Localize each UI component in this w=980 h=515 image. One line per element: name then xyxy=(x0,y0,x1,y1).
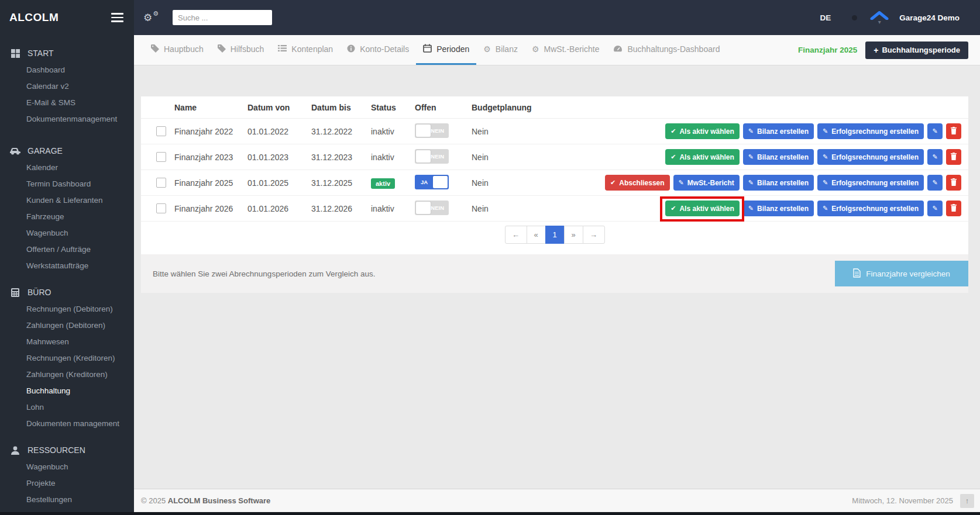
pencil-icon: ✎ xyxy=(679,179,684,186)
sidebar-item-wagenbuch-2[interactable]: Wagenbuch xyxy=(0,459,134,475)
sidebar-item-buchhaltung[interactable]: Buchhaltung xyxy=(0,383,134,399)
period-status: inaktiv xyxy=(371,127,415,136)
section-label: GARAGE xyxy=(27,146,63,155)
open-toggle[interactable]: NEIN xyxy=(415,201,449,215)
sidebar-item-mahnwesen[interactable]: Mahnwesen xyxy=(0,334,134,350)
table-row: Finanzjahr 2023 01.01.2023 31.12.2023 in… xyxy=(141,144,968,170)
tab-konto-details[interactable]: Konto-Details xyxy=(340,35,416,65)
delete-button[interactable] xyxy=(946,175,961,191)
sidebar-section-start[interactable]: START xyxy=(0,44,134,62)
row-checkbox[interactable] xyxy=(156,203,166,213)
create-income-statement-button[interactable]: ✎Erfolgsrechnung erstellen xyxy=(817,123,924,139)
pagination-first-button[interactable]: ← xyxy=(505,226,527,244)
pagination-prev-button[interactable]: « xyxy=(527,226,546,244)
close-period-button[interactable]: ✔Abschliessen xyxy=(605,175,670,191)
tab-mwst-berichte[interactable]: ⚙ MwSt.-Berichte xyxy=(525,35,606,65)
delete-button[interactable] xyxy=(946,123,961,139)
period-to: 31.12.2023 xyxy=(311,153,371,162)
account-logo[interactable]: ▾ xyxy=(870,11,889,24)
sidebar-item-rechnungen-kreditoren[interactable]: Rechnungen (Kreditoren) xyxy=(0,350,134,367)
menu-toggle-icon[interactable] xyxy=(111,11,123,25)
sidebar-item-bestellungen[interactable]: Bestellungen xyxy=(0,492,134,508)
tab-kontenplan[interactable]: Kontenplan xyxy=(271,35,340,65)
sidebar-item-zahlungen-kreditoren[interactable]: Zahlungen (Kreditoren) xyxy=(0,367,134,383)
plus-icon: + xyxy=(874,46,878,55)
create-income-statement-button[interactable]: ✎Erfolgsrechnung erstellen xyxy=(817,149,924,165)
create-balance-button[interactable]: ✎Bilanz erstellen xyxy=(743,149,814,165)
pagination: ← « 1 » → xyxy=(141,222,968,254)
row-checkbox[interactable] xyxy=(156,178,166,188)
account-name[interactable]: Garage24 Demo xyxy=(899,13,960,22)
tab-hauptbuch[interactable]: Hauptbuch xyxy=(144,35,211,65)
tab-perioden[interactable]: Perioden xyxy=(416,35,476,65)
list-icon xyxy=(278,44,287,54)
sidebar-item-wagenbuch[interactable]: Wagenbuch xyxy=(0,225,134,241)
vat-report-button[interactable]: ✎MwSt.-Bericht xyxy=(673,175,740,191)
budget-value: Nein xyxy=(472,127,536,136)
open-toggle[interactable]: NEIN xyxy=(415,149,449,164)
sidebar-item-offerten-auftraege[interactable]: Offerten / Aufträge xyxy=(0,241,134,258)
sidebar-item-dashboard[interactable]: Dashboard xyxy=(0,62,134,78)
tab-hilfsbuch[interactable]: Hilfsbuch xyxy=(211,35,271,65)
row-checkbox[interactable] xyxy=(156,152,166,162)
edit-button[interactable]: ✎ xyxy=(927,123,943,139)
set-active-button[interactable]: ✔Als aktiv wählen xyxy=(665,123,740,139)
section-label: RESSOURCEN xyxy=(27,445,85,455)
sidebar-item-calendar-v2[interactable]: Calendar v2 xyxy=(0,78,134,95)
sidebar-item-termin-dashboard[interactable]: Termin Dashboard xyxy=(0,176,134,192)
period-from: 01.01.2025 xyxy=(247,178,311,188)
sidebar: ALCOLM START Dashboard Calendar v2 E-Mai… xyxy=(0,0,134,512)
scroll-top-button[interactable]: ↑ xyxy=(960,494,974,508)
set-active-button[interactable]: ✔Als aktiv wählen xyxy=(665,201,740,216)
row-checkbox[interactable] xyxy=(156,126,166,136)
sidebar-section-buero[interactable]: BÜRO xyxy=(0,284,134,301)
pagination-page-1[interactable]: 1 xyxy=(545,226,565,244)
footer: © 2025 ALCOLM Business Software Mittwoch… xyxy=(134,489,980,512)
delete-button[interactable] xyxy=(946,201,961,216)
open-toggle[interactable]: NEIN xyxy=(415,123,449,138)
grid-icon xyxy=(9,49,21,58)
budget-value: Nein xyxy=(472,204,536,213)
search-input[interactable] xyxy=(173,10,272,25)
sidebar-item-dienstleistungen[interactable]: Dienstleistungen xyxy=(0,508,134,512)
sidebar-item-kunden-lieferanten[interactable]: Kunden & Lieferanten xyxy=(0,192,134,209)
settings-cogs-icon[interactable]: ⚙⚙ xyxy=(143,12,160,24)
add-accounting-period-button[interactable]: + Buchhaltungsperiode xyxy=(865,42,968,59)
compare-years-button[interactable]: Finanzjahre vergleichen xyxy=(835,261,968,286)
edit-button[interactable]: ✎ xyxy=(927,175,943,191)
edit-button[interactable]: ✎ xyxy=(927,149,943,165)
sidebar-item-dokumenten-management[interactable]: Dokumenten management xyxy=(0,416,134,432)
sidebar-section-ressourcen[interactable]: RESSOURCEN xyxy=(0,441,134,459)
delete-button[interactable] xyxy=(946,149,961,165)
table-row: Finanzjahr 2022 01.01.2022 31.12.2022 in… xyxy=(141,119,968,144)
sidebar-header: ALCOLM xyxy=(0,0,134,35)
create-income-statement-button[interactable]: ✎Erfolgsrechnung erstellen xyxy=(817,201,924,216)
create-balance-button[interactable]: ✎Bilanz erstellen xyxy=(743,123,814,139)
sidebar-item-email-sms[interactable]: E-Mail & SMS xyxy=(0,95,134,111)
sidebar-section-garage[interactable]: GARAGE xyxy=(0,142,134,160)
sidebar-item-projekte[interactable]: Projekte xyxy=(0,475,134,492)
check-icon: ✔ xyxy=(670,154,676,160)
pencil-icon: ✎ xyxy=(932,154,937,160)
open-toggle[interactable]: JA xyxy=(415,175,449,189)
sidebar-item-rechnungen-debitoren[interactable]: Rechnungen (Debitoren) xyxy=(0,301,134,317)
pencil-icon: ✎ xyxy=(748,154,754,160)
create-balance-button[interactable]: ✎Bilanz erstellen xyxy=(743,175,814,191)
edit-button[interactable]: ✎ xyxy=(927,201,943,216)
sidebar-item-werkstattauftraege[interactable]: Werkstattaufträge xyxy=(0,258,134,274)
sidebar-item-kalender[interactable]: Kalender xyxy=(0,160,134,176)
sidebar-item-lohn[interactable]: Lohn xyxy=(0,399,134,416)
create-balance-button[interactable]: ✎Bilanz erstellen xyxy=(743,201,814,216)
set-active-button[interactable]: ✔Als aktiv wählen xyxy=(665,149,740,165)
language-selector[interactable]: DE xyxy=(820,13,831,22)
gear-icon: ⚙ xyxy=(483,45,491,53)
tab-buchhaltungs-dashboard[interactable]: Buchhaltungs-Dashboard xyxy=(606,35,727,65)
tab-bilanz[interactable]: ⚙ Bilanz xyxy=(476,35,525,65)
sidebar-item-zahlungen-debitoren[interactable]: Zahlungen (Debitoren) xyxy=(0,317,134,334)
sidebar-item-fahrzeuge[interactable]: Fahrzeuge xyxy=(0,209,134,225)
period-name: Finanzjahr 2026 xyxy=(166,204,247,213)
create-income-statement-button[interactable]: ✎Erfolgsrechnung erstellen xyxy=(817,175,924,191)
pagination-last-button[interactable]: → xyxy=(583,226,605,244)
pagination-next-button[interactable]: » xyxy=(564,226,583,244)
sidebar-item-dokumentenmanagement[interactable]: Dokumentenmanagement xyxy=(0,111,134,127)
